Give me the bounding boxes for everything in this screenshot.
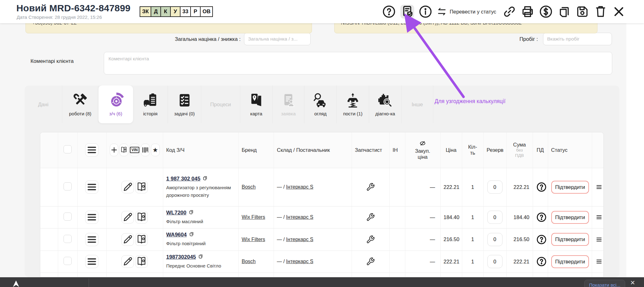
tab-protsesy[interactable]: Процеси (201, 86, 240, 123)
catalog-part-button[interactable] (135, 255, 148, 268)
tab-dani[interactable]: Дані (25, 86, 62, 123)
favorite-button[interactable]: ★ (151, 144, 160, 156)
row-menu-button[interactable] (85, 233, 98, 246)
car-lift-icon (345, 92, 361, 108)
save-icon[interactable] (575, 5, 589, 19)
tab-zadachi[interactable]: задачі (0) (168, 86, 201, 123)
calc-annotation-text: Для узгодження калькуляції (435, 98, 506, 105)
link-icon[interactable] (502, 5, 516, 19)
tab-zayavka[interactable]: заявка (273, 86, 304, 123)
confirm-button[interactable]: Підтвердити (551, 181, 589, 194)
tab-roboty[interactable]: роботи (8) (62, 86, 98, 123)
warehouse-value: — / (277, 259, 286, 264)
copy-code-icon[interactable] (188, 209, 194, 215)
top-bar: Новий MRD-6342-847899 Дата Створення: 28… (0, 0, 644, 23)
show-all-link[interactable]: Показати всі... (584, 280, 625, 287)
row-menu-button[interactable] (85, 211, 98, 224)
part-code-link[interactable]: WA9604 (166, 232, 187, 238)
help-icon[interactable] (382, 5, 396, 19)
reserve-input[interactable]: 0 (487, 255, 502, 268)
pd-question-icon[interactable] (536, 256, 547, 267)
mechanic-wrench-icon (366, 213, 375, 222)
tab-istoriya[interactable]: історія (133, 86, 168, 123)
select-all-checkbox[interactable] (64, 145, 72, 153)
edit-part-button[interactable] (121, 255, 134, 268)
tab-diagnostyka[interactable]: діагно-ка (369, 86, 402, 123)
vin-search-button[interactable]: VIN (130, 144, 140, 156)
copy-code-icon[interactable] (202, 175, 208, 181)
part-code-link[interactable]: 1 987 302 045 (166, 176, 201, 182)
tab-inshe[interactable]: Інше (402, 86, 433, 123)
history-icon (142, 92, 158, 108)
pd-question-icon[interactable] (536, 234, 547, 245)
reserve-input[interactable]: 0 (487, 211, 502, 224)
copy-code-icon[interactable] (198, 254, 203, 259)
copy-code-icon[interactable] (189, 231, 194, 237)
confirm-button[interactable]: Підтвердити (551, 233, 589, 246)
price-value: 222.21 (444, 184, 459, 190)
money-icon[interactable] (539, 5, 553, 19)
catalog-part-button[interactable] (135, 211, 148, 224)
col-pd: ПД (533, 132, 548, 168)
catalog-button[interactable] (119, 144, 128, 156)
close-icon[interactable] (612, 5, 626, 19)
trash-icon[interactable] (594, 5, 608, 19)
row-checkbox[interactable] (64, 212, 72, 221)
calc-approve-icon[interactable] (400, 5, 414, 19)
row-more-menu-icon[interactable] (595, 213, 603, 221)
brand-link[interactable]: Bosch (242, 259, 256, 264)
brand-link[interactable]: Bosch (242, 184, 256, 190)
row-menu-button[interactable] (85, 180, 98, 194)
row-more-menu-icon[interactable] (595, 258, 603, 265)
supplier-link[interactable]: Інтеркарс S (286, 214, 314, 220)
price-value: 184.40 (444, 214, 459, 220)
part-description: Амортизатор з регулюванням дорожного про… (166, 184, 235, 199)
tab-zch[interactable]: з/ч (6) (98, 86, 133, 123)
mileage-input[interactable] (543, 33, 612, 45)
pd-question-icon[interactable] (536, 182, 547, 192)
copy-icon[interactable] (557, 5, 571, 19)
part-code-link[interactable]: 1987302045 (166, 254, 196, 260)
confirm-button[interactable]: Підтвердити (551, 211, 589, 224)
catalog-part-button[interactable] (135, 181, 148, 193)
footer-divider (89, 279, 89, 287)
row-menu-button[interactable] (85, 255, 98, 268)
row-checkbox[interactable] (64, 235, 72, 243)
col-reserve: Резерв (483, 132, 506, 168)
tab-karta[interactable]: карта (240, 86, 273, 123)
reserve-input[interactable]: 0 (487, 233, 502, 246)
markup-input[interactable] (244, 33, 311, 45)
row-checkbox[interactable] (64, 182, 72, 190)
supplier-link[interactable]: Інтеркарс S (286, 259, 314, 264)
footer-logo-icon (12, 280, 20, 287)
confirm-button[interactable]: Підтвердити (551, 255, 589, 268)
status-badges: ЗКДКУ33РОВ (140, 6, 212, 17)
pd-question-icon[interactable] (536, 212, 547, 223)
edit-part-button[interactable] (121, 233, 134, 246)
barcode-button[interactable] (141, 144, 150, 156)
edit-part-button[interactable] (121, 181, 134, 193)
catalog-part-button[interactable] (135, 233, 148, 246)
edit-part-button[interactable] (121, 211, 134, 224)
info-icon[interactable] (419, 5, 432, 19)
table-menu-button[interactable] (85, 143, 98, 157)
tab-posty[interactable]: пости (1) (337, 86, 369, 123)
plus-button[interactable] (110, 144, 119, 156)
order-badge-Р: Р (190, 6, 201, 17)
comment-input[interactable] (104, 52, 612, 75)
supplier-link[interactable]: Інтеркарс S (286, 237, 314, 242)
supplier-link[interactable]: Інтеркарс S (286, 184, 314, 190)
footer-close-icon[interactable]: ✕ (630, 279, 635, 286)
row-more-menu-icon[interactable] (595, 236, 603, 243)
part-code-link[interactable]: WL7200 (166, 210, 186, 216)
row-more-menu-icon[interactable] (595, 183, 603, 191)
transfer-status-button[interactable]: Перевести у статус (437, 7, 496, 17)
row-checkbox[interactable] (64, 257, 72, 265)
print-icon[interactable] (521, 5, 535, 19)
reserve-input[interactable]: 0 (487, 180, 502, 194)
brand-link[interactable]: Wix Filters (242, 237, 265, 242)
col-supplier: Склад / Постачальник (274, 132, 352, 168)
tab-label-zayavka: заявка (281, 111, 296, 116)
brand-link[interactable]: Wix Filters (242, 214, 265, 220)
tab-ohlyad[interactable]: огляд (304, 86, 337, 123)
